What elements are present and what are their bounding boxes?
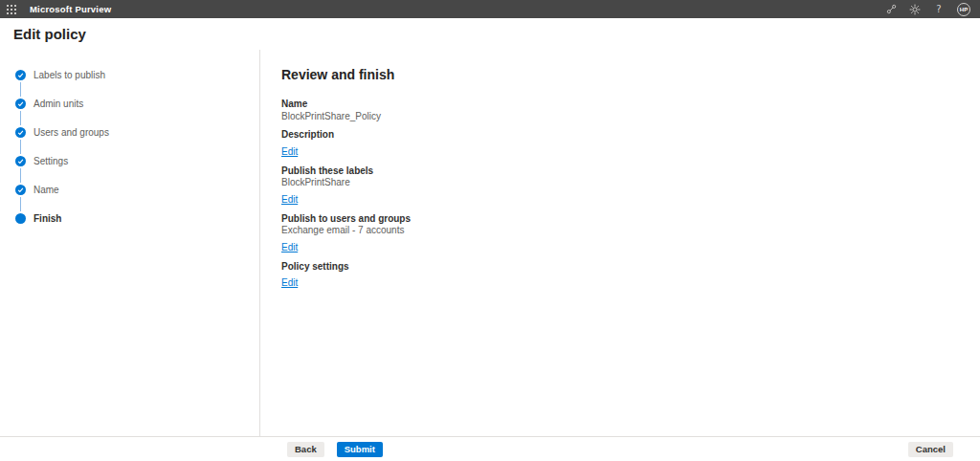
section-value: BlockPrintShare bbox=[281, 177, 980, 189]
app-launcher-icon[interactable] bbox=[5, 3, 18, 16]
step-completed-check-icon bbox=[15, 99, 26, 109]
topbar: Microsoft Purview ? HP bbox=[0, 0, 980, 18]
stepper-step-finish[interactable]: Finish bbox=[15, 213, 259, 242]
edit-description-link[interactable]: Edit bbox=[281, 146, 298, 159]
section-label: Publish to users and groups bbox=[281, 213, 980, 226]
submit-button[interactable]: Submit bbox=[337, 442, 383, 457]
wizard-layout: Labels to publish Admin units Users and … bbox=[0, 50, 980, 436]
page-header: Edit policy bbox=[0, 18, 980, 50]
settings-gear-icon[interactable] bbox=[909, 4, 921, 15]
review-heading: Review and finish bbox=[281, 67, 980, 83]
step-label: Name bbox=[33, 185, 59, 195]
step-connector bbox=[20, 140, 22, 154]
topbar-actions: ? HP bbox=[885, 3, 970, 16]
stepper-step-users-and-groups[interactable]: Users and groups bbox=[15, 127, 259, 156]
review-section-name: Name BlockPrintShare_Policy bbox=[281, 99, 980, 122]
step-label: Admin units bbox=[33, 99, 83, 109]
edit-publish-labels-link[interactable]: Edit bbox=[281, 194, 298, 207]
review-panel: Review and finish Name BlockPrintShare_P… bbox=[260, 50, 980, 436]
cancel-button[interactable]: Cancel bbox=[908, 442, 953, 457]
wizard-stepper: Labels to publish Admin units Users and … bbox=[0, 50, 260, 436]
avatar-initials: HP bbox=[960, 7, 968, 12]
step-label: Finish bbox=[33, 213, 61, 224]
step-connector bbox=[20, 82, 22, 97]
account-avatar[interactable]: HP bbox=[957, 3, 970, 16]
step-label: Users and groups bbox=[33, 127, 109, 138]
section-value: Exchange email - 7 accounts bbox=[281, 225, 980, 237]
step-completed-check-icon bbox=[15, 127, 26, 138]
review-section-publish-labels: Publish these labels BlockPrintShare Edi… bbox=[281, 165, 980, 207]
page-title: Edit policy bbox=[13, 26, 86, 42]
step-connector bbox=[20, 168, 22, 183]
step-completed-check-icon bbox=[15, 156, 26, 166]
help-icon[interactable]: ? bbox=[933, 4, 945, 15]
step-connector bbox=[20, 197, 22, 211]
section-label: Policy settings bbox=[281, 261, 980, 274]
section-label: Description bbox=[281, 129, 980, 142]
stepper-step-settings[interactable]: Settings bbox=[15, 156, 259, 185]
review-section-policy-settings: Policy settings Edit bbox=[281, 261, 980, 291]
stepper-step-admin-units[interactable]: Admin units bbox=[15, 99, 259, 127]
review-section-publish-users-groups: Publish to users and groups Exchange ema… bbox=[281, 213, 980, 254]
step-label: Labels to publish bbox=[33, 70, 105, 80]
review-section-description: Description Edit bbox=[281, 129, 980, 159]
section-value: BlockPrintShare_Policy bbox=[281, 111, 980, 123]
step-current-dot-icon bbox=[15, 213, 26, 224]
back-button[interactable]: Back bbox=[287, 442, 324, 457]
section-label: Name bbox=[281, 99, 980, 111]
wizard-footer: Back Submit Cancel bbox=[0, 436, 980, 461]
step-completed-check-icon bbox=[15, 70, 26, 80]
step-label: Settings bbox=[33, 156, 68, 166]
section-label: Publish these labels bbox=[281, 165, 980, 178]
step-completed-check-icon bbox=[15, 185, 26, 195]
stepper-step-labels-to-publish[interactable]: Labels to publish bbox=[15, 70, 259, 99]
step-connector bbox=[20, 111, 22, 125]
edit-policy-settings-link[interactable]: Edit bbox=[281, 277, 298, 290]
connected-nodes-icon[interactable] bbox=[885, 4, 897, 15]
stepper-step-name[interactable]: Name bbox=[15, 185, 259, 213]
brand-title[interactable]: Microsoft Purview bbox=[30, 4, 111, 14]
edit-users-groups-link[interactable]: Edit bbox=[281, 242, 298, 254]
